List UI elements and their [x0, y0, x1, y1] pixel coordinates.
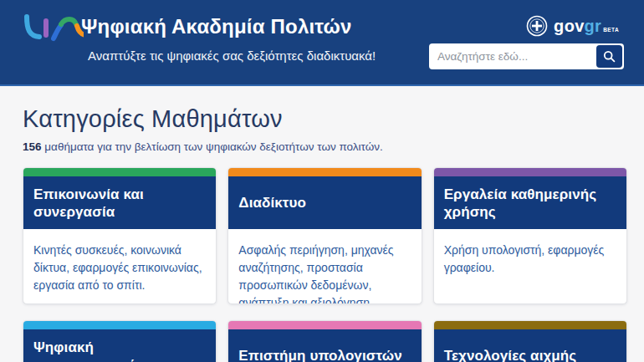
category-cards-grid: Επικοινωνία και συνεργασία Κινητές συσκε… [23, 167, 627, 362]
card-accent-bar [23, 168, 216, 176]
lessons-text: μαθήματα για την βελτίωση των ψηφιακών δ… [44, 140, 382, 153]
card-title: Εργαλεία καθημερινής χρήσης [434, 176, 626, 229]
govgr-logo[interactable]: govgrBETA [526, 15, 619, 37]
categories-heading: Κατηγορίες Μαθημάτων [23, 105, 627, 133]
card-title: Διαδίκτυο [228, 176, 421, 229]
category-card-computer-science[interactable]: Επιστήμη υπολογιστών [227, 320, 422, 362]
category-card-internet[interactable]: Διαδίκτυο Ασφαλής περιήγηση, μηχανές ανα… [227, 167, 422, 304]
card-title: Τεχνολογίες αιχμής [434, 329, 626, 362]
category-card-cutting-edge-tech[interactable]: Τεχνολογίες αιχμής [433, 320, 627, 362]
card-accent-bar [434, 321, 626, 329]
card-accent-bar [228, 168, 421, 176]
card-accent-bar [228, 321, 421, 329]
govgr-gr-text: gr [585, 17, 602, 36]
card-description: Χρήση υπολογιστή, εφαρμογές γραφείου. [434, 229, 626, 289]
card-title: Ψηφιακή επιχειρηματικότητα [23, 329, 216, 362]
search-bar [429, 43, 624, 69]
search-icon [603, 50, 616, 63]
search-input[interactable] [431, 50, 596, 63]
category-card-everyday-tools[interactable]: Εργαλεία καθημερινής χρήσης Χρήση υπολογ… [433, 167, 627, 304]
page-subtitle: Αναπτύξτε τις ψηφιακές σας δεξιότητες δι… [88, 48, 376, 63]
lessons-summary: 156 μαθήματα για την βελτίωση των ψηφιακ… [23, 140, 627, 153]
category-card-communication[interactable]: Επικοινωνία και συνεργασία Κινητές συσκε… [23, 167, 217, 304]
card-title: Επιστήμη υπολογιστών [228, 329, 421, 362]
lessons-count: 156 [23, 140, 42, 153]
govgr-emblem-icon [526, 15, 548, 37]
card-description: Ασφαλής περιήγηση, μηχανές αναζήτησης, π… [228, 229, 421, 304]
site-header: Ψηφιακή Ακαδημία Πολιτών Αναπτύξτε τις ψ… [0, 0, 644, 86]
card-accent-bar [23, 321, 216, 329]
page-title: Ψηφιακή Ακαδημία Πολιτών [81, 15, 352, 38]
category-card-digital-entrepreneurship[interactable]: Ψηφιακή επιχειρηματικότητα [23, 320, 217, 362]
card-description: Κινητές συσκευές, κοινωνικά δίκτυα, εφαρ… [23, 229, 216, 304]
govgr-beta-badge: BETA [603, 27, 619, 33]
card-title: Επικοινωνία και συνεργασία [23, 176, 216, 229]
card-accent-bar [434, 168, 626, 176]
main-content: Κατηγορίες Μαθημάτων 156 μαθήματα για τη… [0, 105, 644, 362]
academy-logo-icon[interactable] [20, 11, 84, 46]
govgr-gov-text: gov [554, 17, 584, 36]
search-button[interactable] [596, 45, 622, 68]
